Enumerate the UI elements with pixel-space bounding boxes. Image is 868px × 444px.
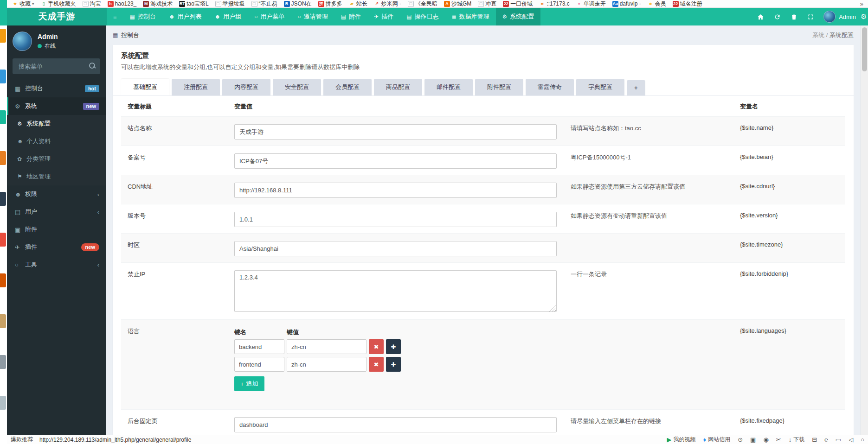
value-textarea[interactable]	[234, 270, 557, 312]
delete-button[interactable]: ✖	[369, 339, 384, 354]
tab-基础配置[interactable]: 基础配置	[121, 79, 169, 95]
nav-item-circle[interactable]: ○用户菜单	[248, 8, 291, 25]
sidebar-item[interactable]: ☻权限‹	[7, 185, 106, 203]
bookmark-item[interactable]: ▢“不止易	[248, 0, 281, 8]
status-icon[interactable]: ○	[861, 436, 864, 443]
bookmark-item[interactable]: ★收藏▾	[9, 0, 38, 8]
sidebar-subitem[interactable]: ⚑地区管理	[7, 168, 106, 185]
append-button[interactable]: +追加	[234, 376, 264, 391]
status-icon[interactable]: ◁	[849, 436, 853, 443]
bookmark-item[interactable]: 拼拼多多	[315, 0, 346, 8]
nav-item-gear[interactable]: ⚙系统配置	[496, 8, 541, 25]
value-input[interactable]	[234, 212, 557, 227]
bookmarks-overflow-icon[interactable]: »	[857, 0, 866, 7]
sidebar-subitem[interactable]: ⚙系统配置	[7, 115, 106, 133]
value-input[interactable]	[234, 153, 557, 169]
bookmark-item[interactable]: M游戏技术	[140, 0, 176, 8]
move-handle[interactable]: ✚	[386, 357, 401, 372]
status-left-label[interactable]: 爆款推荐	[11, 436, 33, 444]
nav-item-user[interactable]: ☻用户列表	[162, 8, 208, 25]
delete-button[interactable]: ✖	[369, 357, 384, 372]
sidebar-item[interactable]: ▤用户‹	[7, 203, 106, 221]
tab-商品配置[interactable]: 商品配置	[374, 79, 422, 95]
status-icon-下载[interactable]: ↓下载	[789, 436, 805, 444]
status-icon[interactable]: ✂	[776, 436, 781, 443]
bookmark-item[interactable]: 22一口价域	[500, 0, 536, 8]
sidebar-toggle-button[interactable]: ≡	[107, 8, 123, 25]
nav-item-database[interactable]: ≣数据库管理	[445, 8, 495, 25]
bookmark-item[interactable]: ▰站长	[346, 0, 371, 8]
user-menu[interactable]: Admin	[819, 11, 861, 23]
nav-item-dashboard[interactable]: ▦控制台	[123, 8, 162, 25]
bookmark-item[interactable]: ▢《全民暗	[405, 0, 441, 8]
sidebar-item[interactable]: ▣附件	[7, 221, 106, 238]
home-icon[interactable]	[752, 8, 769, 25]
sidebar-subitem[interactable]: ✿分类管理	[7, 150, 106, 168]
nav-item-file[interactable]: ▤附件	[334, 8, 367, 25]
brand-logo[interactable]: 天成手游	[7, 8, 107, 25]
value-input[interactable]	[234, 183, 557, 198]
bookmark-item[interactable]: ∞::17173.c	[536, 0, 572, 8]
bookmark-item[interactable]: BTtao宝塔L	[176, 0, 212, 8]
body: Admin 在线 ▦控制台hot⚙系统new⚙系统配置☻个人资料✿分类管理⚑地区…	[7, 25, 868, 435]
sidebar-subitem[interactable]: ☻个人资料	[7, 133, 106, 150]
trash-icon[interactable]	[785, 8, 802, 25]
tab-邮件配置[interactable]: 邮件配置	[424, 79, 473, 95]
bookmark-item[interactable]: ▯手机收藏夹	[38, 0, 79, 8]
breadcrumb-home[interactable]: 控制台	[121, 31, 139, 39]
bookmark-label: 炒米网 -	[381, 0, 401, 8]
bookmark-item[interactable]: ▢淘宝	[79, 0, 104, 8]
bookmark-item[interactable]: ↗炒米网 -	[371, 0, 405, 8]
search-icon[interactable]	[89, 63, 96, 69]
fullscreen-icon[interactable]	[802, 8, 819, 25]
value-input[interactable]	[234, 417, 557, 432]
bookmark-item[interactable]: hhao123_	[104, 0, 140, 8]
vscroll-thumb[interactable]	[862, 27, 867, 71]
bookmark-item[interactable]: A沙城GM	[441, 0, 475, 8]
value-input[interactable]	[234, 241, 557, 256]
config-row: 版本号如果静态资源有变动请重新配置该值{$site.version}	[121, 204, 845, 234]
sidebar-item[interactable]: ✈插件new	[7, 238, 106, 256]
status-icon[interactable]: ℮	[824, 436, 828, 443]
bookmark-item[interactable]: ☻会员	[644, 0, 669, 8]
nav-item-list[interactable]: ▤操作日志	[400, 8, 445, 25]
kv-key-input[interactable]	[234, 339, 284, 354]
nav-item-circle[interactable]: ○邀请管理	[291, 8, 334, 25]
tab-内容配置[interactable]: 内容配置	[222, 79, 270, 95]
bookmark-item[interactable]: BJSON在	[281, 0, 315, 8]
bookmark-item[interactable]: ▢举报垃圾	[212, 0, 248, 8]
move-handle[interactable]: ✚	[386, 339, 401, 354]
status-icon[interactable]: ⊟	[812, 436, 817, 443]
status-icon[interactable]: ▭	[836, 436, 841, 443]
tab-会员配置[interactable]: 会员配置	[323, 79, 372, 95]
nav-item-plane[interactable]: ✈插件	[367, 8, 400, 25]
tab-安全配置[interactable]: 安全配置	[273, 79, 321, 95]
tab-雷霆传奇[interactable]: 雷霆传奇	[526, 79, 574, 95]
value-input[interactable]	[234, 124, 557, 140]
bookmark-item[interactable]: 22域名注册	[669, 0, 706, 8]
kv-value-input[interactable]	[287, 357, 366, 372]
sidebar-item[interactable]: ○工具‹	[7, 256, 106, 273]
bookmark-item[interactable]: ▢冲直	[475, 0, 500, 8]
status-icon-我的视频[interactable]: ▶我的视频	[667, 436, 696, 444]
tab-附件配置[interactable]: 附件配置	[475, 79, 523, 95]
settings-gear-icon[interactable]: ⚙	[861, 8, 867, 25]
tab-注册配置[interactable]: 注册配置	[172, 79, 220, 95]
kv-value-input[interactable]	[287, 339, 366, 354]
status-icon[interactable]: ⊙	[738, 436, 743, 443]
sidebar-item[interactable]: ⚙系统new	[7, 97, 106, 115]
refresh-icon[interactable]	[769, 8, 785, 25]
status-icon-网站信用[interactable]: ♦网站信用	[703, 436, 731, 444]
bookmark-item[interactable]: Aadafuvip -	[609, 0, 644, 8]
nav-item-users[interactable]: ☻用户组	[208, 8, 248, 25]
sidebar-item[interactable]: ▦控制台hot	[7, 80, 106, 97]
tab-字典配置[interactable]: 字典配置	[576, 79, 624, 95]
breadcrumb-parent[interactable]: 系统	[812, 32, 824, 38]
status-icon[interactable]: ▣	[750, 436, 756, 443]
vertical-scrollbar[interactable]	[861, 25, 868, 435]
menu-search-input[interactable]	[13, 58, 100, 74]
bookmark-item[interactable]: ●单调走开	[573, 0, 609, 8]
status-icon[interactable]: ◉	[763, 436, 768, 443]
add-tab-button[interactable]: +	[627, 80, 645, 95]
kv-key-input[interactable]	[234, 357, 284, 372]
